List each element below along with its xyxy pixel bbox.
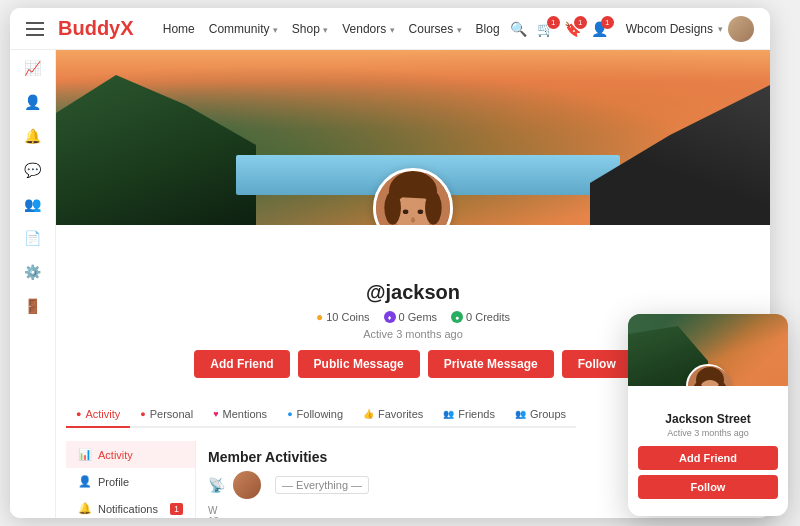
trending-icon[interactable]: 📈: [24, 60, 41, 76]
tabs-row: ● Activity ● Personal ♥ Mentions ●: [66, 402, 576, 428]
follow-button[interactable]: Follow: [562, 350, 632, 378]
coins-stat: ● 10 Coins: [316, 310, 370, 324]
people-icon[interactable]: 👥: [24, 196, 41, 212]
coin-icon: ●: [316, 310, 323, 324]
wishlist-icon[interactable]: 🔖1: [564, 21, 581, 37]
mobile-avatar: [686, 364, 730, 386]
user-menu[interactable]: Wbcom Designs ▾: [626, 16, 754, 42]
menu-notifications[interactable]: 🔔 Notifications 1: [66, 495, 195, 518]
gear-sidebar-icon[interactable]: ⚙️: [24, 264, 41, 280]
mobile-name: Jackson Street: [628, 412, 788, 426]
left-sidebar: 📈 👤 🔔 💬 👥 📄 ⚙️ 🚪: [10, 50, 56, 518]
gem-icon: ♦: [384, 311, 396, 323]
bell-sidebar-icon[interactable]: 🔔: [24, 128, 41, 144]
coins-label: 10 Coins: [326, 311, 369, 323]
add-friend-button[interactable]: Add Friend: [194, 350, 289, 378]
mobile-add-friend-button[interactable]: Add Friend: [638, 446, 778, 470]
nav-vendors[interactable]: Vendors ▾: [342, 22, 394, 36]
nav-links: Home Community ▾ Shop ▾ Vendors ▾ Course…: [163, 22, 500, 36]
gems-label: 0 Gems: [399, 311, 438, 323]
logo: BuddyX: [58, 17, 134, 40]
mobile-card-cover: [628, 314, 788, 386]
cover-image: [56, 50, 770, 225]
account-icon[interactable]: 👤1: [591, 21, 608, 37]
mobile-avatar-container: [686, 364, 730, 386]
logo-text-black: Buddy: [58, 17, 120, 39]
hamburger-menu[interactable]: [26, 22, 44, 36]
notifications-menu-icon: 🔔: [78, 502, 92, 515]
mobile-active-status: Active 3 months ago: [628, 428, 788, 438]
credits-label: 0 Credits: [466, 311, 510, 323]
rss-icon: 📡: [208, 477, 225, 493]
profile-avatar-container: [373, 168, 453, 225]
tab-mentions[interactable]: ♥ Mentions: [203, 402, 277, 428]
user-icon[interactable]: 👤: [24, 94, 41, 110]
cart-icon[interactable]: 🛒1: [537, 21, 554, 37]
nav-shop[interactable]: Shop ▾: [292, 22, 328, 36]
menu-activity[interactable]: 📊 Activity: [66, 441, 195, 468]
credit-icon: ●: [451, 311, 463, 323]
nav-icons: 🔍 🛒1 🔖1 👤1 Wbcom Designs ▾: [510, 16, 754, 42]
menu-profile[interactable]: 👤 Profile: [66, 468, 195, 495]
gems-stat: ♦ 0 Gems: [384, 310, 438, 324]
nav-home[interactable]: Home: [163, 22, 195, 36]
user-avatar-small: [728, 16, 754, 42]
mobile-card-body: Jackson Street Active 3 months ago Add F…: [628, 386, 788, 516]
profile-avatar: [373, 168, 453, 225]
user-menu-chevron: ▾: [718, 24, 723, 34]
nav-blog[interactable]: Blog: [476, 22, 500, 36]
svg-point-6: [418, 209, 424, 214]
tab-following[interactable]: ● Following: [277, 402, 353, 428]
tab-personal[interactable]: ● Personal: [130, 402, 203, 428]
nav-community[interactable]: Community ▾: [209, 22, 278, 36]
user-menu-label: Wbcom Designs: [626, 22, 713, 36]
activity-filter[interactable]: — Everything —: [275, 476, 369, 494]
activity-menu-icon: 📊: [78, 448, 92, 461]
tab-favorites[interactable]: 👍 Favorites: [353, 402, 433, 428]
credits-stat: ● 0 Credits: [451, 310, 510, 324]
logo-text-red: X: [120, 17, 133, 39]
tab-activity[interactable]: ● Activity: [66, 402, 130, 428]
svg-point-5: [403, 209, 409, 214]
activity-avatar: [233, 471, 261, 499]
tab-groups[interactable]: 👥 Groups: [505, 402, 576, 428]
mobile-card: Jackson Street Active 3 months ago Add F…: [628, 314, 788, 516]
private-message-button[interactable]: Private Message: [428, 350, 554, 378]
comment-icon[interactable]: 💬: [24, 162, 41, 178]
top-nav: BuddyX Home Community ▾ Shop ▾ Vendors ▾…: [10, 8, 770, 50]
left-panel: 📊 Activity 👤 Profile 🔔 Notifications 1: [66, 441, 196, 518]
public-message-button[interactable]: Public Message: [298, 350, 420, 378]
logout-icon[interactable]: 🚪: [24, 298, 41, 314]
nav-courses[interactable]: Courses ▾: [409, 22, 462, 36]
mobile-follow-button[interactable]: Follow: [638, 475, 778, 499]
profile-username: @jackson: [56, 281, 770, 304]
search-icon[interactable]: 🔍: [510, 21, 527, 37]
tab-friends[interactable]: 👥 Friends: [433, 402, 505, 428]
profile-menu-icon: 👤: [78, 475, 92, 488]
notifications-badge: 1: [170, 503, 183, 515]
document-icon[interactable]: 📄: [24, 230, 41, 246]
